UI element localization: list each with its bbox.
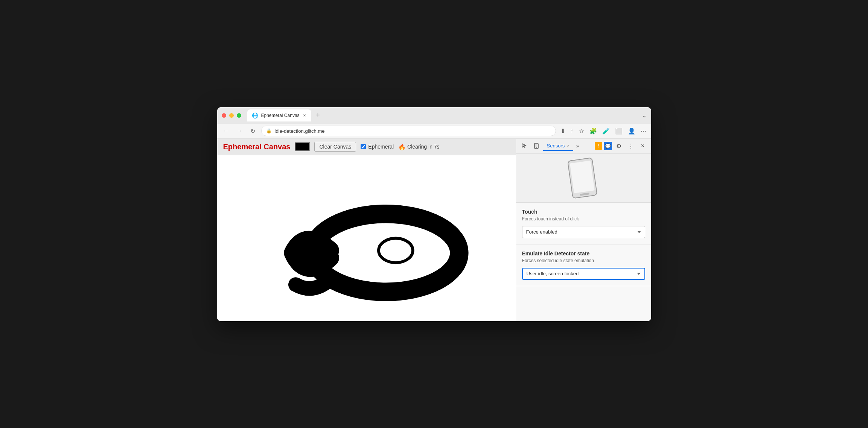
url-text: idle-detection.glitch.me <box>275 128 325 134</box>
extensions-icon[interactable]: 🧩 <box>589 127 597 135</box>
ephemeral-label: Ephemeral <box>368 144 394 150</box>
ephemeral-control: Ephemeral <box>361 144 394 150</box>
device-icon-btn[interactable] <box>531 141 542 151</box>
devtools-panel: Sensors × » ! 💬 ⚙ ⋮ × <box>516 139 651 321</box>
download-icon[interactable]: ⬇ <box>560 127 565 135</box>
close-button[interactable] <box>222 113 226 118</box>
ephemeral-checkbox[interactable] <box>361 144 366 149</box>
clearing-badge: 🔥 Clearing in 7s <box>398 143 440 150</box>
window-chevron[interactable]: ⌄ <box>642 112 647 119</box>
title-bar: 🌐 Ephemeral Canvas × + ⌄ <box>217 107 651 124</box>
idle-subtitle: Forces selected idle state emulation <box>522 258 645 263</box>
phone-preview <box>516 154 651 203</box>
webpage-header: Ephemeral Canvas Clear Canvas Ephemeral … <box>217 139 516 155</box>
idle-section: Emulate Idle Detector state Forces selec… <box>516 244 651 286</box>
more-options-btn[interactable]: ⋮ <box>626 141 636 151</box>
tab-favicon: 🌐 <box>252 112 258 118</box>
address-input[interactable]: 🔒 idle-detection.glitch.me <box>261 126 556 136</box>
traffic-lights <box>222 113 241 118</box>
active-tab[interactable]: 🌐 Ephemeral Canvas × <box>247 109 311 121</box>
color-swatch[interactable] <box>295 142 310 151</box>
flask-icon[interactable]: 🧪 <box>602 127 610 135</box>
settings-icon-btn[interactable]: ⚙ <box>614 141 624 151</box>
tab-close-icon[interactable]: × <box>303 112 307 119</box>
forward-button[interactable]: → <box>235 126 244 136</box>
share-icon[interactable]: ↑ <box>571 127 574 134</box>
warning-icon[interactable]: ! <box>595 142 602 150</box>
phone-image <box>566 157 600 199</box>
clearing-text: Clearing in 7s <box>407 144 440 150</box>
touch-section: Touch Forces touch instead of click No o… <box>516 203 651 244</box>
idle-select[interactable]: No idle emulation User active, screen un… <box>522 268 645 280</box>
drawing-svg <box>217 155 516 321</box>
clear-canvas-button[interactable]: Clear Canvas <box>314 142 356 152</box>
sensors-tab[interactable]: Sensors × <box>543 141 573 151</box>
close-devtools-btn[interactable]: × <box>638 141 648 151</box>
inspect-icon-btn[interactable] <box>519 141 530 151</box>
more-icon[interactable]: ⋯ <box>641 127 647 135</box>
idle-title: Emulate Idle Detector state <box>522 250 645 256</box>
svg-rect-7 <box>570 161 595 193</box>
svg-point-5 <box>536 147 537 148</box>
address-bar: ← → ↻ 🔒 idle-detection.glitch.me ⬇ ↑ ☆ 🧩… <box>217 124 651 139</box>
svg-point-1 <box>340 232 432 273</box>
canvas-area[interactable] <box>217 155 516 321</box>
reload-button[interactable]: ↻ <box>249 126 257 136</box>
minimize-button[interactable] <box>229 113 234 118</box>
main-content: Ephemeral Canvas Clear Canvas Ephemeral … <box>217 139 651 321</box>
tab-bar: 🌐 Ephemeral Canvas × + <box>247 109 639 121</box>
back-button[interactable]: ← <box>222 126 231 136</box>
maximize-button[interactable] <box>237 113 241 118</box>
lock-icon: 🔒 <box>266 128 272 134</box>
profile-icon[interactable]: 👤 <box>628 127 635 135</box>
address-icons: ⬇ ↑ ☆ 🧩 🧪 ⬜ 👤 ⋯ <box>560 127 647 135</box>
fire-icon: 🔥 <box>398 143 406 150</box>
svg-rect-4 <box>535 144 538 147</box>
webpage: Ephemeral Canvas Clear Canvas Ephemeral … <box>217 139 516 321</box>
touch-title: Touch <box>522 209 645 215</box>
devtools-actions: ! 💬 ⚙ ⋮ × <box>595 141 648 151</box>
page-title: Ephemeral Canvas <box>223 143 291 151</box>
devtools-body: Touch Forces touch instead of click No o… <box>516 154 651 321</box>
sensors-tab-close[interactable]: × <box>567 143 569 148</box>
browser-window: 🌐 Ephemeral Canvas × + ⌄ ← → ↻ 🔒 idle-de… <box>217 107 651 321</box>
chat-icon[interactable]: 💬 <box>604 142 612 150</box>
new-tab-button[interactable]: + <box>313 110 323 121</box>
split-icon[interactable]: ⬜ <box>615 127 623 135</box>
devtools-header: Sensors × » ! 💬 ⚙ ⋮ × <box>516 139 651 154</box>
star-icon[interactable]: ☆ <box>579 127 584 135</box>
sensors-tab-label: Sensors <box>547 143 565 149</box>
touch-select[interactable]: No override Force enabled Force disabled <box>522 226 645 238</box>
touch-subtitle: Forces touch instead of click <box>522 216 645 222</box>
tab-title: Ephemeral Canvas <box>261 113 300 118</box>
more-tabs-chevron[interactable]: » <box>576 143 579 149</box>
